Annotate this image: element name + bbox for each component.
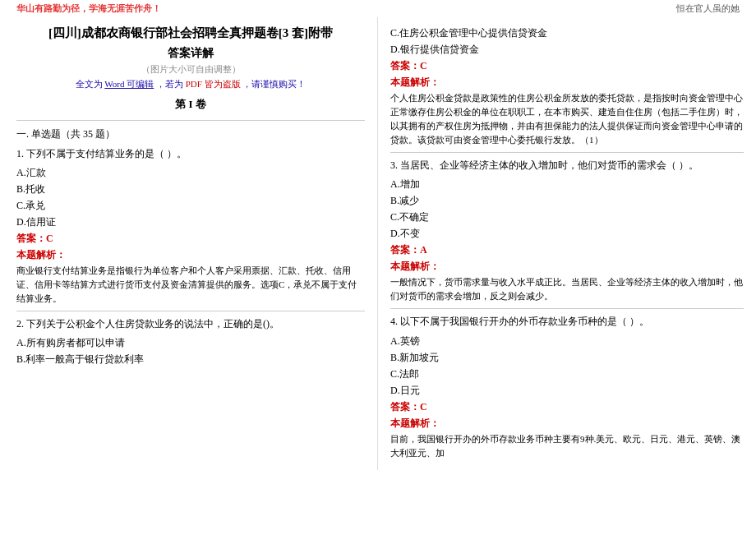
q3-opt-c: C.不确定 xyxy=(390,210,744,224)
q1-expl-title: 本题解析： xyxy=(16,248,365,262)
link-suffix: ，请谨慎购买！ xyxy=(242,79,306,89)
right-column: C.住房公积金管理中心提供信贷资金 D.银行提供信贷资金 答案：C 本题解析： … xyxy=(378,17,756,470)
link-middle: ，若为 xyxy=(156,79,183,89)
q4-opt-b: B.新加坡元 xyxy=(390,350,744,365)
q1-answer: 答案：C xyxy=(16,232,365,246)
question-2: 2. 下列关于公积金个人住房贷款业务的说法中，正确的是()。 xyxy=(16,316,365,332)
divider-rq2 xyxy=(390,152,744,153)
pdf-warn: PDF 皆为盗版 xyxy=(186,79,241,89)
top-banner: 华山有路勤为径，学海无涯苦作舟！ 恒在官人虽的她 xyxy=(0,0,756,17)
q4-number: 4. xyxy=(390,316,398,327)
page-sub-title: 答案详解 xyxy=(16,43,365,63)
word-link-line: 全文为 Word 可编辑 ，若为 PDF 皆为盗版 ，请谨慎购买！ xyxy=(16,78,365,90)
q4-opt-d: D.日元 xyxy=(390,383,744,398)
rq1-expl-title: 本题解析： xyxy=(390,76,744,90)
q3-opt-b: B.减少 xyxy=(390,193,744,208)
q3-answer: 答案：A xyxy=(390,243,744,257)
q4-opt-a: A.英镑 xyxy=(390,334,744,348)
rq1-opt-d: D.银行提供信贷资金 xyxy=(390,42,744,57)
q1-number: 1. xyxy=(16,148,24,159)
q2-opt-b: B.利率一般高于银行贷款利率 xyxy=(16,352,365,367)
q4-opt-c: C.法郎 xyxy=(390,367,744,381)
q3-number: 3. xyxy=(390,159,398,171)
rq1-opt-c: C.住房公积金管理中心提供信贷资金 xyxy=(390,25,744,40)
q1-opt-b: B.托收 xyxy=(16,182,365,196)
q1-opt-c: C.承兑 xyxy=(16,198,365,213)
q3-expl-body: 一般情况下，货币需求量与收入水平成正比。当居民、企业等经济主体的收入增加时，他们… xyxy=(390,275,744,303)
question-4: 4. 以下不属于我国银行开办的外币存款业务币种的是（ ）。 xyxy=(390,314,744,330)
q1-opt-d: D.信用证 xyxy=(16,214,365,229)
q3-opt-a: A.增加 xyxy=(390,177,744,191)
q4-expl-title: 本题解析： xyxy=(390,417,744,431)
page-note: （图片大小可自由调整） xyxy=(16,63,365,76)
q2-text: 下列关于公积金个人住房贷款业务的说法中，正确的是()。 xyxy=(26,318,279,330)
divider-rq3 xyxy=(390,308,744,309)
banner-right: 恒在官人虽的她 xyxy=(676,2,740,15)
part-label: 第 I 卷 xyxy=(16,97,365,112)
q1-text: 下列不属于支付结算业务的是（ ）。 xyxy=(26,148,187,159)
banner-left: 华山有路勤为径，学海无涯苦作舟！ xyxy=(16,2,161,15)
rq1-expl-body: 个人住房公积金贷款是政策性的住房公积金所发放的委托贷款，是指按时向资金管理中心正… xyxy=(390,91,744,147)
rq1-answer: 答案：C xyxy=(390,59,744,73)
q3-text: 当居民、企业等经济主体的收入增加时，他们对货币的需求会（ ）。 xyxy=(400,159,698,171)
sub-section-label: 一. 单选题（共 35 题） xyxy=(16,127,365,141)
page-title-area: [四川]成都农商银行部社会招聘全真押题卷[3 套]附带 答案详解 （图片大小可自… xyxy=(16,24,365,90)
page-main-title: [四川]成都农商银行部社会招聘全真押题卷[3 套]附带 xyxy=(16,24,365,43)
q3-opt-d: D.不变 xyxy=(390,226,744,241)
q1-opt-a: A.汇款 xyxy=(16,165,365,180)
word-link[interactable]: Word 可编辑 xyxy=(104,79,154,89)
divider-top xyxy=(16,120,365,121)
left-column: [四川]成都农商银行部社会招聘全真押题卷[3 套]附带 答案详解 （图片大小可自… xyxy=(0,17,378,470)
q4-answer: 答案：C xyxy=(390,400,744,414)
q1-expl-body: 商业银行支付结算业务是指银行为单位客户和个人客户采用票据、汇款、托收、信用证、信… xyxy=(16,264,365,306)
question-1: 1. 下列不属于支付结算业务的是（ ）。 xyxy=(16,146,365,162)
q2-opt-a: A.所有购房者都可以申请 xyxy=(16,335,365,350)
q4-expl-body: 目前，我国银行开办的外币存款业务币种主要有9种.美元、欧元、日元、港元、英镑、澳… xyxy=(390,432,744,460)
main-wrapper: [四川]成都农商银行部社会招聘全真押题卷[3 套]附带 答案详解 （图片大小可自… xyxy=(0,17,756,470)
q4-text: 以下不属于我国银行开办的外币存款业务币种的是（ ）。 xyxy=(400,316,649,327)
question-3: 3. 当居民、企业等经济主体的收入增加时，他们对货币的需求会（ ）。 xyxy=(390,158,744,173)
divider-q2 xyxy=(16,311,365,311)
link-prefix: 全文为 xyxy=(76,79,103,89)
q2-number: 2. xyxy=(16,318,24,330)
q3-expl-title: 本题解析： xyxy=(390,260,744,274)
